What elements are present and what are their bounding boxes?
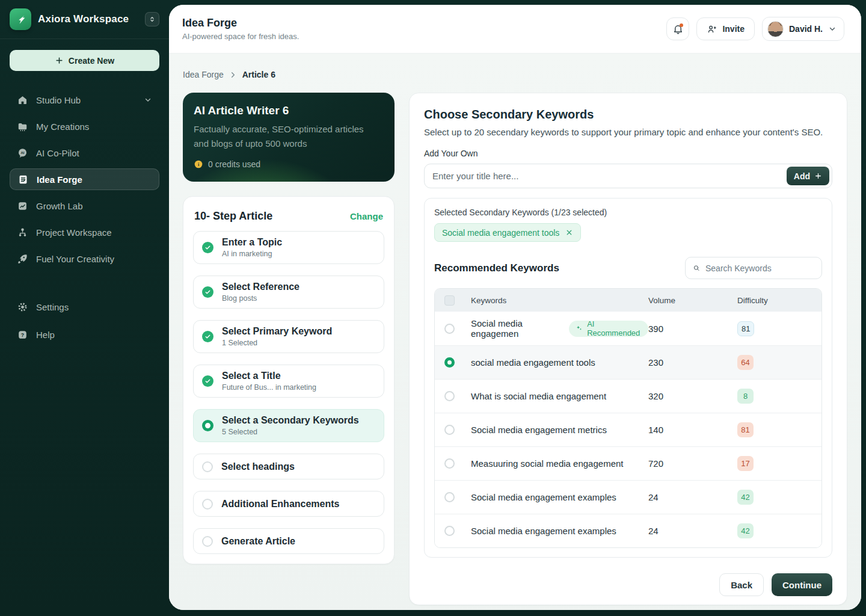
step-select-reference[interactable]: Select ReferenceBlog posts bbox=[193, 276, 384, 309]
continue-button[interactable]: Continue bbox=[772, 573, 832, 596]
radio-unselected-icon bbox=[202, 536, 213, 547]
create-new-button[interactable]: Create New bbox=[10, 50, 159, 71]
step-title: Select a Title bbox=[222, 371, 316, 381]
sidebar-item-help[interactable]: ? Help bbox=[10, 324, 159, 345]
change-link[interactable]: Change bbox=[350, 211, 383, 221]
workspace-switcher-button[interactable] bbox=[145, 12, 159, 26]
chevron-down-icon bbox=[828, 25, 837, 33]
step-title: Select Primary Keyword bbox=[222, 326, 332, 337]
sidebar-item-label: My Creations bbox=[36, 122, 152, 132]
column-header-volume: Volume bbox=[648, 296, 737, 305]
page-title: Idea Forge bbox=[182, 17, 299, 29]
table-row[interactable]: Social media engagemen AI Recommended 39… bbox=[435, 312, 821, 345]
difficulty-badge: 42 bbox=[737, 523, 754, 538]
step-select-headings[interactable]: Select headings bbox=[193, 454, 384, 479]
sidebar-item-settings[interactable]: Settings bbox=[10, 296, 159, 318]
sidebar-item-my-creations[interactable]: My Creations bbox=[10, 116, 159, 137]
chevron-right-icon bbox=[229, 70, 238, 79]
selected-keywords-card: Selected Secondary Keywords (1/23 select… bbox=[424, 198, 832, 558]
sidebar-item-idea-forge[interactable]: Idea Forge bbox=[10, 168, 159, 190]
step-select-primary-keyword[interactable]: Select Primary Keyword1 Selected bbox=[193, 320, 384, 353]
check-circle-icon bbox=[202, 375, 213, 387]
radio-unselected-icon[interactable] bbox=[444, 425, 455, 435]
difficulty-badge: 17 bbox=[737, 456, 754, 471]
table-row[interactable]: Social media engagement metrics 140 81 bbox=[435, 413, 821, 446]
steps-card-title: 10- Step Article bbox=[194, 210, 272, 223]
step-title: Enter a Topic bbox=[222, 237, 282, 248]
page-subtitle: AI-powered space for fresh ideas. bbox=[182, 32, 299, 41]
search-keywords-input[interactable] bbox=[705, 263, 814, 273]
back-button[interactable]: Back bbox=[719, 573, 764, 596]
select-all-checkbox[interactable] bbox=[444, 295, 455, 306]
step-select-a-title[interactable]: Select a TitleFuture of Bus... in market… bbox=[193, 365, 384, 398]
remove-chip-icon[interactable] bbox=[565, 229, 573, 236]
check-circle-icon bbox=[202, 331, 213, 342]
sparkles-icon bbox=[576, 324, 583, 333]
table-row[interactable]: social media engagement tools 230 64 bbox=[435, 345, 821, 379]
notifications-button[interactable] bbox=[666, 17, 689, 40]
plus-icon bbox=[55, 56, 64, 65]
sidebar-item-label: Idea Forge bbox=[37, 174, 152, 185]
steps-card-header: 10- Step Article Change bbox=[193, 206, 384, 231]
sidebar-footer: Settings ? Help bbox=[0, 296, 169, 345]
add-button-label: Add bbox=[794, 171, 810, 181]
user-menu-button[interactable]: David H. bbox=[762, 17, 844, 41]
step-generate-article[interactable]: Generate Article bbox=[193, 528, 384, 554]
rocket-icon bbox=[17, 253, 28, 265]
volume-value: 230 bbox=[648, 357, 737, 368]
difficulty-badge: 64 bbox=[737, 355, 754, 370]
panel-subtitle: Select up to 20 secendary keywords to su… bbox=[424, 127, 832, 137]
sidebar-item-ai-co-pilot[interactable]: AI AI Co-Pilot bbox=[10, 142, 159, 164]
volume-value: 24 bbox=[648, 526, 737, 536]
sidebar-item-label: Help bbox=[36, 330, 152, 340]
difficulty-badge: 8 bbox=[737, 389, 754, 404]
table-row[interactable]: Social media engagement examples 24 42 bbox=[435, 480, 821, 514]
sidebar-item-growth-lab[interactable]: Growth Lab bbox=[10, 195, 159, 217]
add-keyword-input[interactable] bbox=[424, 164, 832, 188]
sidebar: Axiora Workspace Create New Studio Hub bbox=[0, 0, 169, 616]
step-title: Select headings bbox=[221, 461, 295, 472]
sidebar-item-fuel-your-creativity[interactable]: Fuel Your Creativity bbox=[10, 248, 159, 270]
table-header-row: Keywords Volume Difficulty bbox=[435, 289, 821, 312]
check-circle-icon bbox=[202, 242, 213, 253]
difficulty-badge: 81 bbox=[737, 321, 754, 336]
radio-selected-icon[interactable] bbox=[444, 357, 455, 368]
keyword-search-box[interactable] bbox=[685, 257, 822, 279]
sidebar-item-label: Fuel Your Creativity bbox=[36, 254, 152, 264]
volume-value: 320 bbox=[648, 391, 737, 401]
column-header-difficulty: Difficulty bbox=[737, 296, 821, 305]
create-new-label: Create New bbox=[69, 56, 114, 66]
sidebar-item-label: AI Co-Pilot bbox=[36, 148, 152, 158]
main-panel: Idea Forge AI-powered space for fresh id… bbox=[169, 5, 861, 610]
radio-unselected-icon[interactable] bbox=[444, 391, 455, 401]
step-additional-enhancements[interactable]: Additional Enhancements bbox=[193, 491, 384, 517]
sidebar-item-studio-hub[interactable]: Studio Hub bbox=[10, 89, 159, 111]
column-header-keywords: Keywords bbox=[471, 296, 648, 305]
workspace-header: Axiora Workspace bbox=[0, 0, 169, 39]
sidebar-nav: Studio Hub My Creations AI AI Co-Pilot bbox=[0, 89, 169, 270]
radio-unselected-icon[interactable] bbox=[444, 526, 455, 536]
add-keyword-button[interactable]: Add bbox=[787, 167, 829, 185]
info-icon: i bbox=[194, 159, 203, 169]
step-select-secondary-keywords[interactable]: Select a Secondary Keywords5 Selected bbox=[193, 409, 384, 442]
table-row[interactable]: Social media engagement examples 24 42 bbox=[435, 514, 821, 547]
keyword-chip-label: Social media engagement tools bbox=[442, 228, 559, 238]
keyword-text: Social media engagement metrics bbox=[471, 425, 607, 435]
notebook-icon bbox=[17, 174, 29, 185]
panel-actions: Back Continue bbox=[424, 567, 832, 597]
table-row[interactable]: What is social media engagement 320 8 bbox=[435, 379, 821, 413]
writer-card-title: AI Article Writer 6 bbox=[194, 104, 384, 117]
person-plus-icon bbox=[707, 24, 717, 34]
recommended-header: Recommended Keywords bbox=[434, 257, 822, 279]
radio-unselected-icon[interactable] bbox=[444, 458, 455, 469]
sidebar-item-project-workspace[interactable]: Project Workspace bbox=[10, 221, 159, 243]
breadcrumb-parent[interactable]: Idea Forge bbox=[183, 70, 224, 79]
table-row[interactable]: Measuuring social media engagement 720 1… bbox=[435, 446, 821, 480]
invite-button[interactable]: Invite bbox=[696, 17, 755, 40]
panel-title: Choose Secondary Keywords bbox=[424, 108, 832, 122]
step-enter-a-topic[interactable]: Enter a TopicAI in marketing bbox=[193, 231, 384, 264]
breadcrumb-current: Article 6 bbox=[242, 70, 275, 79]
radio-unselected-icon[interactable] bbox=[444, 492, 455, 502]
radio-unselected-icon[interactable] bbox=[444, 324, 455, 334]
selected-chips: Social media engagement tools bbox=[434, 223, 822, 242]
